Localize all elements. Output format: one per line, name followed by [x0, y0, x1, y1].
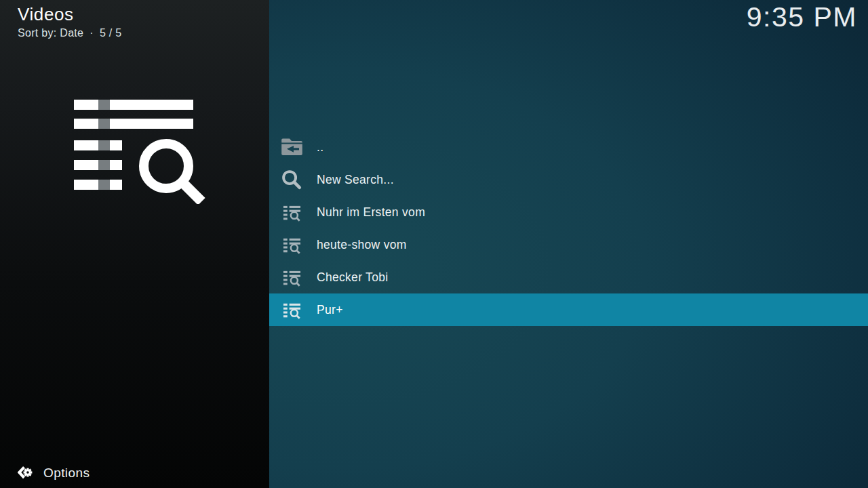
page-title: Videos — [18, 4, 122, 25]
search-icon — [281, 169, 302, 190]
search-history-icon — [281, 299, 302, 321]
sort-by-label: Sort by: Date — [18, 27, 83, 39]
kodi-screen: 9:35 PM .. New Search.. — [0, 0, 868, 488]
content-panel: 9:35 PM .. New Search.. — [269, 0, 868, 488]
options-gear-icon — [18, 465, 33, 481]
search-history-icon — [281, 234, 302, 256]
sort-status: Sort by: Date·5 / 5 — [18, 27, 122, 39]
list-item-label: heute-show vom — [317, 238, 407, 252]
list-item-label: Nuhr im Ersten vom — [317, 205, 425, 220]
sidebar-panel: Videos Sort by: Date·5 / 5 — [0, 0, 269, 488]
list-item-saved-search[interactable]: Checker Tobi — [269, 261, 868, 293]
list-item-saved-search[interactable]: Pur+ — [269, 293, 868, 326]
search-history-icon — [281, 201, 302, 223]
folder-back-icon — [281, 136, 302, 158]
list-item-label: Pur+ — [317, 303, 343, 317]
file-list: .. New Search... — [269, 131, 868, 326]
list-item-parent-folder[interactable]: .. — [269, 131, 868, 163]
list-item-saved-search[interactable]: Nuhr im Ersten vom — [269, 196, 868, 228]
options-button[interactable]: Options — [18, 465, 90, 481]
clock: 9:35 PM — [747, 1, 857, 33]
list-item-new-search[interactable]: New Search... — [269, 163, 868, 196]
list-item-label: Checker Tobi — [317, 270, 388, 285]
list-item-label: New Search... — [317, 173, 394, 187]
separator-dot: · — [90, 27, 94, 39]
search-history-icon — [281, 266, 302, 288]
list-item-label: .. — [317, 140, 323, 155]
list-item-saved-search[interactable]: heute-show vom — [269, 228, 868, 261]
options-label: Options — [43, 466, 90, 481]
item-count: 5 / 5 — [100, 27, 122, 39]
page-header: Videos Sort by: Date·5 / 5 — [18, 4, 122, 39]
list-search-artwork-icon — [73, 98, 206, 207]
